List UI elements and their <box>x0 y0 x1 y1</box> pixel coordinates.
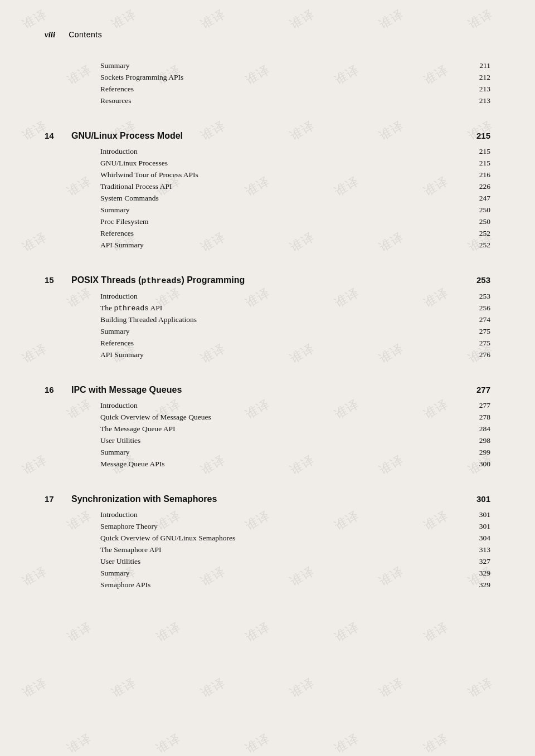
toc-item-title: User Utilities <box>100 436 140 445</box>
toc-chapter-title: POSIX Threads (pthreads) Programming <box>71 275 245 286</box>
toc-item-page: 275 <box>468 339 490 348</box>
toc-item-page: 213 <box>468 96 490 105</box>
toc-item-page: 301 <box>468 510 490 519</box>
list-item: API Summary252 <box>45 239 490 251</box>
toc-item-page: 212 <box>468 73 490 82</box>
chapters-container: 14GNU/Linux Process Model215Introduction… <box>45 122 490 591</box>
header-title: Contents <box>69 30 102 39</box>
toc-item-page: 298 <box>468 436 490 445</box>
toc-chapter-section: 14GNU/Linux Process Model215Introduction… <box>45 122 490 251</box>
toc-item-title: Quick Overview of Message Queues <box>100 413 211 422</box>
page-number: viii <box>45 30 55 40</box>
toc-chapter-title: GNU/Linux Process Model <box>71 131 183 141</box>
toc-item-title: Proc Filesystem <box>100 217 149 226</box>
list-item: Building Threaded Applications274 <box>45 314 490 325</box>
toc-item-title: Summary <box>100 327 130 336</box>
toc-item-page: 284 <box>468 425 490 433</box>
toc-item-page: 211 <box>468 61 490 70</box>
toc-item-page: 226 <box>468 182 490 191</box>
list-item: Quick Overview of Message Queues278 <box>45 411 490 423</box>
toc-item-title: Message Queue APIs <box>100 460 164 469</box>
toc-chapter-title: IPC with Message Queues <box>71 385 182 395</box>
toc-item-page: 301 <box>468 522 490 531</box>
list-item: Summary275 <box>45 325 490 337</box>
toc-item-title: The pthreads API <box>100 304 162 313</box>
list-item: References275 <box>45 337 490 349</box>
toc-item-title: References <box>100 85 134 94</box>
toc-item-page: 313 <box>468 545 490 554</box>
toc-item-page: 252 <box>468 229 490 238</box>
toc-chapter-number: 15 <box>45 275 60 285</box>
list-item: Whirlwind Tour of Process APIs216 <box>45 169 490 181</box>
toc-chapter-section: 15POSIX Threads (pthreads) Programming25… <box>45 266 490 360</box>
toc-chapter-page: 277 <box>476 385 490 394</box>
toc-item-page: 274 <box>468 315 490 324</box>
toc-item-title: API Summary <box>100 350 144 359</box>
list-item: References 213 <box>45 83 490 95</box>
toc-item-page: 250 <box>468 206 490 214</box>
toc-item-title: Introduction <box>100 292 138 301</box>
toc-item-title: API Summary <box>100 241 144 250</box>
list-item: User Utilities298 <box>45 435 490 446</box>
toc-item-title: User Utilities <box>100 557 140 566</box>
watermark-text: 谁译 <box>64 730 94 756</box>
toc-item-title: System Commands <box>100 194 159 203</box>
toc-item-page: 213 <box>468 85 490 94</box>
list-item: Introduction277 <box>45 399 490 411</box>
watermark-text: 谁译 <box>109 675 138 701</box>
watermark-text: 谁译 <box>287 675 317 701</box>
toc-item-page: 278 <box>468 413 490 422</box>
toc-item-title: Introduction <box>100 401 138 410</box>
toc-item-title: Summary <box>100 448 130 457</box>
toc-item-page: 300 <box>468 460 490 469</box>
list-item: Summary 211 <box>45 60 490 71</box>
list-item: The Semaphore API313 <box>45 544 490 555</box>
toc-chapter-row: 16IPC with Message Queues277 <box>45 376 490 399</box>
toc-item-title: Semaphore APIs <box>100 581 150 589</box>
toc-chapter-title: Synchronization with Semaphores <box>71 494 217 504</box>
toc-chapter-section: 16IPC with Message Queues277Introduction… <box>45 376 490 470</box>
toc-chapter-number: 17 <box>45 494 60 504</box>
watermark-text: 谁译 <box>465 675 495 701</box>
list-item: API Summary276 <box>45 349 490 360</box>
intro-section: Summary 211 Sockets Programming APIs 212… <box>45 60 490 106</box>
toc-chapter-row: 15POSIX Threads (pthreads) Programming25… <box>45 266 490 290</box>
toc-item-page: 256 <box>468 304 490 313</box>
toc-item-title: Summary <box>100 61 130 70</box>
list-item: GNU/Linux Processes215 <box>45 157 490 169</box>
watermark-text: 谁译 <box>332 730 361 756</box>
list-item: References252 <box>45 227 490 239</box>
toc-chapter-section: 17Synchronization with Semaphores301Intr… <box>45 485 490 591</box>
toc-item-page: 277 <box>468 401 490 410</box>
toc-item-title: References <box>100 229 134 238</box>
list-item: Traditional Process API226 <box>45 181 490 192</box>
toc-item-title: The Message Queue API <box>100 425 176 433</box>
toc-item-page: 215 <box>468 159 490 168</box>
list-item: System Commands247 <box>45 192 490 204</box>
toc-item-page: 250 <box>468 217 490 226</box>
list-item: The Message Queue API284 <box>45 423 490 435</box>
toc-chapter-number: 14 <box>45 131 60 140</box>
toc-item-page: 215 <box>468 147 490 156</box>
toc-item-title: Traditional Process API <box>100 182 172 191</box>
list-item: Semaphore Theory301 <box>45 520 490 532</box>
toc-item-page: 275 <box>468 327 490 336</box>
list-item: Message Queue APIs300 <box>45 458 490 470</box>
watermark-text: 谁译 <box>376 675 406 701</box>
watermark-text: 谁译 <box>242 730 272 756</box>
toc-item-title: GNU/Linux Processes <box>100 159 168 168</box>
list-item: User Utilities327 <box>45 555 490 567</box>
toc-chapter-page: 253 <box>476 275 490 285</box>
toc-item-title: Resources <box>100 96 131 105</box>
toc-item-page: 329 <box>468 581 490 589</box>
watermark-text: 谁译 <box>198 675 227 701</box>
toc-item-title: Quick Overview of GNU/Linux Semaphores <box>100 534 235 543</box>
toc-item-page: 276 <box>468 350 490 359</box>
toc-item-title: References <box>100 339 134 348</box>
toc-item-page: 216 <box>468 170 490 179</box>
toc-item-title: Sockets Programming APIs <box>100 73 183 82</box>
toc-item-title: Building Threaded Applications <box>100 315 197 324</box>
list-item: Summary299 <box>45 446 490 458</box>
list-item: Proc Filesystem250 <box>45 216 490 227</box>
toc-item-title: Introduction <box>100 510 138 519</box>
